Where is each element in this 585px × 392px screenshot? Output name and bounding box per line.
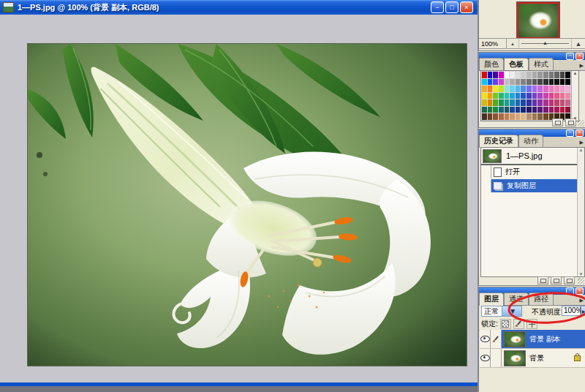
color-swatch[interactable] [549,107,554,113]
color-swatch[interactable] [560,107,565,113]
color-swatch[interactable] [499,79,504,86]
color-swatch[interactable] [482,79,487,86]
color-swatch[interactable] [526,72,532,78]
color-swatch[interactable] [482,93,487,99]
layer-brush-cell[interactable] [491,349,502,367]
panel-tab[interactable]: 动作 [518,135,543,147]
color-swatch[interactable] [543,93,548,99]
color-swatch[interactable] [505,72,510,78]
photo-canvas[interactable] [28,44,467,366]
panel-tab[interactable]: 图层 [479,293,504,306]
color-swatch[interactable] [488,93,493,99]
layer-visibility-cell[interactable] [480,349,491,367]
color-swatch[interactable] [565,79,570,86]
color-swatch[interactable] [516,79,521,86]
color-swatch[interactable] [554,86,559,92]
color-swatch[interactable] [499,93,504,99]
color-swatch[interactable] [493,72,498,78]
opacity-input[interactable]: 100% [562,306,581,316]
new-document-from-state-icon[interactable] [537,276,548,284]
minimize-icon[interactable]: − [566,129,574,137]
color-swatch[interactable] [565,72,570,78]
panel-tab[interactable]: 样式 [529,58,554,70]
maximize-button[interactable]: □ [445,1,458,13]
minimize-icon[interactable]: − [566,287,574,295]
color-swatch[interactable] [543,86,548,92]
color-swatch[interactable] [521,79,526,86]
color-swatch[interactable] [499,86,504,92]
color-swatch[interactable] [505,107,510,113]
color-swatch[interactable] [482,86,487,92]
lock-image-button[interactable] [513,319,524,329]
history-scrollbar[interactable]: ▲▼ [577,148,584,276]
history-source-well[interactable] [481,165,491,178]
color-swatch[interactable] [532,79,537,86]
color-swatch[interactable] [554,107,559,113]
color-swatch[interactable] [493,93,498,99]
color-swatch[interactable] [549,93,554,99]
color-swatch[interactable] [510,72,515,78]
trash-icon[interactable] [565,118,576,127]
close-icon[interactable]: × [575,287,584,295]
color-swatch[interactable] [482,107,487,113]
color-swatch[interactable] [516,99,521,106]
navigator-thumbnail[interactable] [516,1,560,39]
color-swatch[interactable] [565,86,570,92]
color-swatch[interactable] [560,99,565,106]
navigator-zoom-field[interactable]: 100% [479,39,507,48]
color-swatch[interactable] [488,72,493,78]
color-swatch[interactable] [499,107,504,113]
document-titlebar[interactable]: 1—PS.jpg @ 100% (背景 副本, RGB/8) − □ × [0,0,478,15]
new-swatch-icon[interactable] [552,118,563,127]
color-swatch[interactable] [516,93,521,99]
color-swatch[interactable] [510,93,515,99]
color-swatch[interactable] [526,86,532,92]
color-swatch[interactable] [554,93,559,99]
minimize-button[interactable]: − [431,1,444,13]
color-swatch[interactable] [549,72,554,78]
navigator-view-box[interactable] [517,2,559,39]
color-swatch[interactable] [510,86,515,92]
resize-grip[interactable] [578,278,584,284]
panel-tab[interactable]: 历史记录 [479,135,518,148]
color-swatch[interactable] [516,107,521,113]
panel-tab[interactable]: 路径 [529,293,554,305]
color-swatch[interactable] [526,79,532,86]
color-swatch[interactable] [543,99,548,106]
color-swatch[interactable] [565,107,570,113]
panel-tab[interactable]: 色板 [504,58,529,71]
color-swatch[interactable] [510,99,515,106]
zoom-slider-track[interactable]: ▲ [518,39,572,48]
lock-transparency-button[interactable] [500,319,511,329]
resize-grip[interactable] [578,120,584,127]
color-swatch[interactable] [493,86,498,92]
color-swatch[interactable] [516,86,521,92]
panel-menu-arrow-icon[interactable]: ▶ [580,63,584,69]
color-swatch[interactable] [549,86,554,92]
color-swatch[interactable] [493,107,498,113]
color-swatch[interactable] [499,99,504,106]
color-swatch[interactable] [526,107,532,113]
color-swatch[interactable] [482,99,487,106]
lock-position-button[interactable] [526,319,537,329]
color-swatch[interactable] [526,99,532,106]
panel-menu-arrow-icon[interactable]: ▶ [580,140,584,146]
history-item[interactable]: 复制图层 [481,179,584,192]
color-swatch[interactable] [532,72,537,78]
blend-mode-select[interactable]: 正常 ▼ [481,306,522,317]
color-swatch[interactable] [560,86,565,92]
color-swatch[interactable] [510,79,515,86]
color-swatch[interactable] [488,99,493,106]
color-swatch[interactable] [549,99,554,106]
trash-icon[interactable] [564,276,575,284]
color-swatch[interactable] [526,93,532,99]
color-swatch[interactable] [505,86,510,92]
close-button[interactable]: × [460,1,473,13]
color-swatch[interactable] [560,79,565,86]
color-swatch[interactable] [532,107,537,113]
zoom-slider-handle[interactable]: ▲ [543,40,548,45]
history-source-well[interactable] [481,179,491,192]
color-swatch[interactable] [537,79,543,86]
color-swatch[interactable] [537,93,543,99]
swatch-scrollbar[interactable]: ▲▼ [571,71,578,121]
